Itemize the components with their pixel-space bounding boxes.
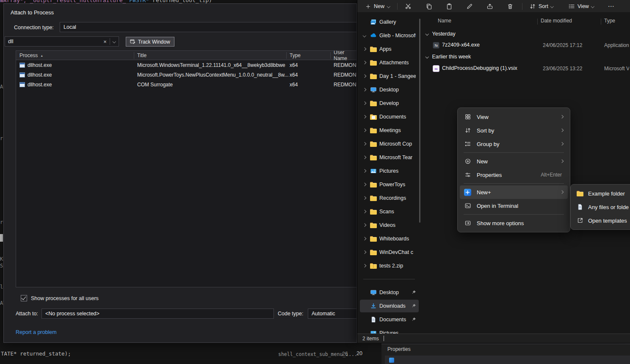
- attach-to-field[interactable]: <No process selected>: [41, 309, 274, 319]
- sidebar-item-scans[interactable]: Scans: [360, 205, 419, 218]
- chevron-right-icon[interactable]: [363, 142, 366, 146]
- sidebar-item-microsoft-cop[interactable]: Microsoft Cop: [360, 138, 419, 150]
- chevron-right-icon[interactable]: [363, 223, 366, 227]
- sidebar-item-whiteboards[interactable]: Whiteboards: [360, 232, 419, 245]
- file-row[interactable]: ∞ ChildProcessDebugging (1).vsix 23/06/2…: [423, 63, 629, 74]
- column-header-date-modified[interactable]: Date modified: [541, 18, 572, 24]
- sidebar-item-desktop[interactable]: Desktop: [360, 83, 419, 96]
- copy-button[interactable]: [422, 1, 436, 11]
- process-row[interactable]: dllhost.exe Microsoft.WindowsTerminal_1.…: [16, 61, 356, 70]
- context-menu-item-new-plus[interactable]: New+: [460, 185, 568, 199]
- sidebar-item-pictures[interactable]: Pictures: [360, 165, 419, 177]
- chevron-down-icon: [426, 55, 429, 58]
- status-divider: [384, 336, 384, 341]
- context-menu-item-show-more-options[interactable]: Show more options: [460, 216, 568, 230]
- paste-button[interactable]: [442, 1, 456, 11]
- more-options-button[interactable]: ⋯: [605, 1, 617, 11]
- connection-type-select[interactable]: Local: [60, 22, 357, 32]
- group-header-yesterday[interactable]: Yesterday: [426, 30, 456, 38]
- chevron-right-icon[interactable]: [363, 129, 366, 132]
- context-menu-item-group-by[interactable]: Group by: [460, 137, 568, 151]
- process-row[interactable]: dllhost.exe COM Surrogate x64 REDMOND: [16, 80, 356, 90]
- process-row[interactable]: dllhost.exe Microsoft.PowerToys.NewPlusC…: [16, 70, 356, 80]
- context-menu-item-sort-by[interactable]: Sort by: [460, 124, 568, 137]
- column-header-name[interactable]: Name: [438, 18, 451, 24]
- delete-button[interactable]: [503, 1, 517, 11]
- chevron-right-icon[interactable]: [363, 183, 366, 186]
- show-all-users-checkbox[interactable]: Show processes for all users: [21, 295, 99, 301]
- new-plus-icon: [464, 189, 471, 196]
- sidebar-item-attachments[interactable]: Attachments: [360, 56, 419, 69]
- submenu-item-any-files[interactable]: Any files or folde: [573, 200, 630, 214]
- cut-button[interactable]: [401, 1, 415, 11]
- paste-icon: [446, 3, 453, 10]
- column-header-process[interactable]: Process▲: [19, 51, 43, 60]
- sort-button[interactable]: Sort: [526, 1, 556, 11]
- sidebar-item-tests-zip[interactable]: tests 2.zip: [360, 259, 419, 272]
- context-menu-item-properties[interactable]: Properties Alt+Enter: [460, 168, 568, 182]
- submenu-item-example-folder[interactable]: Example folder: [573, 187, 630, 200]
- submenu-item-open-templates[interactable]: Open templates: [573, 214, 630, 227]
- sidebar-item-microsoft-tear[interactable]: Microsoft Tear: [360, 151, 419, 164]
- sidebar-item-downloads-pinned[interactable]: Downloads: [360, 300, 419, 312]
- new-button[interactable]: New: [362, 1, 394, 11]
- share-button[interactable]: [483, 1, 497, 11]
- sidebar-item-videos[interactable]: Videos: [360, 219, 419, 232]
- column-header-title[interactable]: Title: [137, 51, 146, 60]
- sidebar-item-apps[interactable]: Apps: [360, 43, 419, 55]
- menu-separator: [464, 183, 564, 184]
- folder-icon: [370, 101, 377, 106]
- column-header-type[interactable]: Type: [290, 51, 301, 60]
- process-filter-input[interactable]: dll ×: [5, 36, 119, 47]
- chevron-right-icon[interactable]: [363, 74, 366, 78]
- sidebar-item-meetings[interactable]: Meetings: [360, 124, 419, 137]
- sidebar-item-day1[interactable]: Day 1 - Sangee: [360, 70, 419, 83]
- application-icon: [19, 63, 25, 68]
- editor-line-number: 26: [342, 351, 348, 357]
- context-menu-item-new[interactable]: New: [460, 154, 568, 168]
- file-row[interactable]: 7z 7z2409-x64.exe 24/06/2025 17:12 Appli…: [423, 40, 629, 51]
- chevron-right-icon[interactable]: [363, 102, 366, 105]
- rename-button[interactable]: [462, 1, 477, 11]
- chevron-right-icon[interactable]: [363, 156, 366, 159]
- properties-panel-row[interactable]: [385, 356, 630, 364]
- sidebar-item-desktop-pinned[interactable]: Desktop: [360, 286, 419, 299]
- process-table-header: Process▲ Title Type User Name: [16, 51, 356, 60]
- chevron-right-icon[interactable]: [363, 264, 366, 267]
- sidebar-item-documents[interactable]: Documents: [360, 110, 419, 123]
- folder-icon: [370, 209, 377, 215]
- view-button[interactable]: View: [565, 1, 597, 11]
- chevron-right-icon[interactable]: [363, 115, 366, 119]
- sidebar-item-develop[interactable]: Develop: [360, 97, 419, 110]
- report-a-problem-link[interactable]: Report a problem: [16, 329, 57, 335]
- chevron-right-icon[interactable]: [363, 196, 366, 200]
- column-header-user[interactable]: User Name: [334, 51, 356, 60]
- group-header-earlier-this-week[interactable]: Earlier this week: [426, 53, 471, 61]
- sidebar-item-onedrive-gleb[interactable]: Gleb - Microsoft: [360, 29, 419, 42]
- chevron-down-icon[interactable]: [363, 34, 366, 37]
- checkbox-checked-icon[interactable]: [21, 295, 27, 301]
- chevron-right-icon[interactable]: [363, 210, 366, 213]
- context-menu-item-open-in-terminal[interactable]: Open in Terminal: [460, 199, 568, 212]
- track-window-button[interactable]: Track Window: [126, 37, 174, 47]
- chevron-right-icon[interactable]: [363, 169, 366, 173]
- chevron-right-icon[interactable]: [363, 237, 366, 240]
- sidebar-item-recordings[interactable]: Recordings: [360, 192, 419, 204]
- sidebar-item-documents-pinned[interactable]: Documents: [360, 313, 419, 326]
- code-type-select[interactable]: Automatic: [308, 309, 357, 319]
- folder-icon: [370, 74, 377, 79]
- sort-icon: [464, 127, 471, 134]
- context-menu-item-view[interactable]: View: [460, 110, 568, 124]
- sidebar-item-powertoys[interactable]: PowerToys: [360, 178, 419, 191]
- chevron-right-icon[interactable]: [363, 251, 366, 254]
- sidebar-item-gallery[interactable]: Gallery: [360, 16, 419, 28]
- chevron-right-icon[interactable]: [363, 61, 366, 64]
- clear-filter-button[interactable]: ×: [100, 39, 110, 45]
- column-header-type[interactable]: Type: [604, 18, 615, 24]
- sidebar-item-windevchat[interactable]: WinDevChat c: [360, 246, 419, 259]
- chevron-right-icon[interactable]: [363, 47, 366, 51]
- explorer-status-bar: 2 items: [357, 334, 630, 343]
- filter-dropdown-button[interactable]: [110, 40, 119, 43]
- chevron-right-icon[interactable]: [363, 88, 366, 91]
- nav-scrollbar[interactable]: [419, 19, 420, 223]
